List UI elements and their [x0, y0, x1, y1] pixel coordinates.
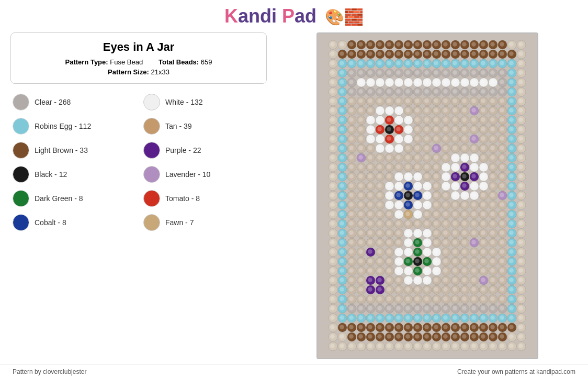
color-label: Robins Egg - 112 — [35, 122, 91, 130]
color-swatch — [13, 190, 29, 207]
pattern-author: Pattern by cloverclubjester — [13, 368, 86, 375]
color-item: Clear - 268 — [10, 91, 136, 113]
color-swatch — [143, 118, 160, 135]
pattern-info-box: Eyes in A Jar Pattern Type: Fuse Bead To… — [10, 32, 267, 84]
pattern-size: Pattern Size: 21x33 — [21, 68, 256, 76]
color-label: Fawn - 7 — [165, 218, 194, 227]
color-item: Black - 12 — [10, 163, 136, 185]
color-item: Robins Egg - 112 — [10, 115, 136, 137]
color-label: Light Brown - 33 — [35, 146, 88, 154]
color-swatch — [143, 142, 160, 159]
color-swatch — [13, 118, 29, 135]
pattern-title: Eyes in A Jar — [21, 40, 256, 54]
logo-icon: 🎨🧱 — [325, 8, 364, 26]
color-item: Tomato - 8 — [141, 187, 267, 209]
color-label: White - 132 — [165, 98, 203, 106]
color-label: Lavender - 10 — [165, 170, 210, 179]
right-panel — [277, 32, 578, 359]
color-label: Clear - 268 — [35, 98, 71, 106]
color-item: Light Brown - 33 — [10, 139, 136, 161]
color-swatch — [143, 94, 160, 110]
color-swatch — [143, 214, 160, 231]
color-swatch — [13, 166, 29, 183]
logo-k: K — [224, 5, 238, 27]
main-content: Eyes in A Jar Pattern Type: Fuse Bead To… — [0, 32, 588, 364]
color-swatch — [13, 214, 29, 231]
color-legend: Clear - 268White - 132Robins Egg - 112Ta… — [10, 89, 267, 236]
color-swatch — [143, 190, 160, 207]
color-label: Cobalt - 8 — [35, 218, 66, 227]
color-swatch — [13, 142, 29, 159]
color-item: White - 132 — [141, 91, 267, 113]
color-item: Purple - 22 — [141, 139, 267, 161]
color-item: Dark Green - 8 — [10, 187, 136, 209]
color-item: Tan - 39 — [141, 115, 267, 137]
color-label: Tan - 39 — [165, 122, 192, 130]
total-beads: Total Beads: 659 — [159, 58, 212, 66]
pattern-type: Pattern Type: Fuse Bead — [65, 58, 143, 66]
bead-canvas — [316, 32, 538, 359]
color-label: Black - 12 — [35, 170, 67, 179]
color-item: Fawn - 7 — [141, 212, 267, 234]
color-item: Cobalt - 8 — [10, 212, 136, 234]
color-item: Lavender - 10 — [141, 163, 267, 185]
color-label: Tomato - 8 — [165, 194, 200, 203]
header: Kandi Pad 🎨🧱 — [0, 0, 588, 32]
color-label: Dark Green - 8 — [35, 194, 83, 203]
logo-ad: ad — [295, 5, 316, 27]
cta-text: Create your own patterns at kandipad.com — [457, 368, 575, 375]
logo-andi: andi — [238, 5, 277, 27]
left-panel: Eyes in A Jar Pattern Type: Fuse Bead To… — [10, 32, 267, 359]
color-label: Purple - 22 — [165, 146, 201, 154]
footer: Pattern by cloverclubjester Create your … — [0, 364, 588, 377]
pattern-meta: Pattern Type: Fuse Bead Total Beads: 659 — [21, 58, 256, 66]
color-swatch — [13, 94, 29, 110]
logo: Kandi Pad 🎨🧱 — [224, 5, 364, 27]
color-swatch — [143, 166, 160, 183]
logo-p2: P — [282, 5, 295, 27]
